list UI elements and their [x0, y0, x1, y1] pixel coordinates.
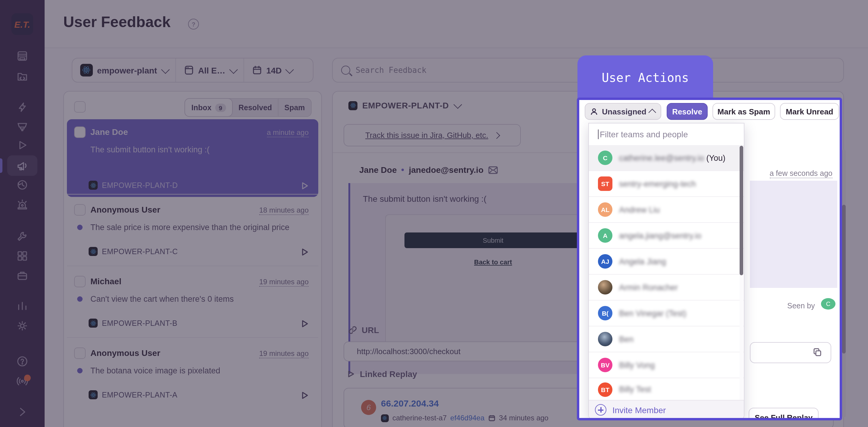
dropdown-scrollbar-thumb[interactable] [740, 146, 743, 275]
member-name: Ben Vinegar (Test) [619, 309, 686, 318]
member-initials-avatar: C [598, 151, 613, 165]
message-block-fragment [750, 181, 837, 288]
member-name: sentry-emerging-tech [619, 179, 696, 188]
assignee-option[interactable]: Aangela.jiang@sentry.io [589, 223, 744, 249]
member-photo-avatar [598, 332, 613, 346]
app-window: E.T. User Feedback ? empower-plant [0, 0, 868, 427]
member-initials-avatar: A [598, 228, 613, 243]
invite-member-row[interactable]: Invite Member [589, 400, 744, 419]
chevron-up-icon [649, 108, 656, 116]
assignee-option[interactable]: Ccatherine.lee@sentry.io (You) [589, 145, 744, 171]
mark-as-spam-button[interactable]: Mark as Spam [712, 103, 775, 120]
member-name: Armin Ronacher [619, 283, 678, 292]
member-name: Ben [619, 334, 633, 343]
assignee-option[interactable]: STsentry-emerging-tech [589, 171, 744, 197]
assignee-filter-input[interactable]: Filter teams and people [589, 124, 744, 146]
member-initials-avatar: ST [598, 176, 613, 191]
seen-by-label: Seen by [787, 302, 815, 310]
assignee-filter-placeholder: Filter teams and people [598, 130, 688, 139]
member-initials-avatar: AL [598, 202, 613, 217]
assignee-option[interactable]: ALAndrew Liu [589, 197, 744, 223]
user-actions-panel: Unassigned Resolve Mark as Spam Mark Unr… [577, 98, 842, 420]
seen-by-avatar: C [821, 298, 835, 309]
member-initials-avatar: AJ [598, 254, 613, 269]
feedback-timestamp-link[interactable]: a few seconds ago [770, 169, 833, 178]
member-name: angela.jiang@sentry.io [619, 231, 701, 240]
assignee-option[interactable]: BVBilly Vong [589, 352, 744, 378]
plus-circle-icon [595, 404, 607, 416]
member-name: Billy Test [619, 385, 651, 394]
assignee-option[interactable]: B(Ben Vinegar (Test) [589, 300, 744, 326]
invite-member-label: Invite Member [613, 405, 666, 415]
assignee-option[interactable]: Ben [589, 326, 744, 352]
tour-step-tab: User Actions [578, 56, 713, 100]
person-icon [590, 107, 598, 115]
member-initials-avatar: BT [598, 382, 613, 397]
assignee-option[interactable]: BTBilly Test [589, 378, 744, 401]
member-name: Andrew Liu [619, 205, 660, 214]
mark-unread-button[interactable]: Mark Unread [780, 103, 839, 120]
member-name: catherine.lee@sentry.io (You) [619, 153, 725, 162]
see-full-replay-button[interactable]: See Full Replay [749, 408, 818, 420]
url-field-copy-end[interactable] [750, 342, 831, 363]
assignee-option[interactable]: Armin Ronacher [589, 275, 744, 300]
member-name: Billy Vong [619, 360, 655, 369]
member-initials-avatar: B( [598, 306, 613, 320]
resolve-button[interactable]: Resolve [667, 103, 708, 120]
member-initials-avatar: BV [598, 358, 613, 372]
member-name: Angela Jiang [619, 257, 666, 266]
assignee-dropdown: Filter teams and people Ccatherine.lee@s… [588, 123, 744, 420]
assignee-dropdown-button[interactable]: Unassigned [585, 103, 661, 120]
copy-icon[interactable] [812, 348, 822, 357]
assignee-option[interactable]: AJAngela Jiang [589, 249, 744, 275]
member-photo-avatar [598, 280, 613, 295]
